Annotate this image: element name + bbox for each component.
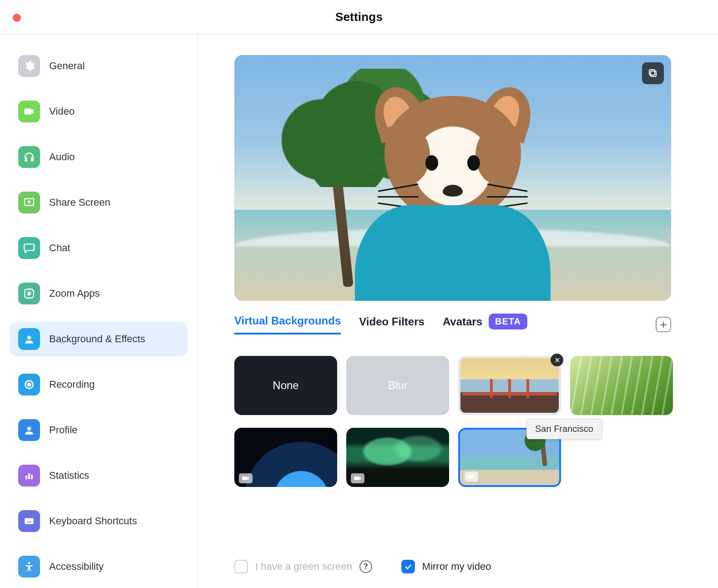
sidebar-item-label: Background & Effects	[49, 333, 145, 345]
sidebar-item-share-screen[interactable]: Share Screen	[10, 185, 187, 220]
green-screen-help-icon[interactable]: ?	[359, 560, 372, 573]
svg-rect-9	[31, 475, 33, 479]
svg-rect-7	[25, 476, 27, 479]
remove-background-button[interactable]: ✕	[551, 354, 563, 366]
profile-icon	[18, 419, 40, 441]
tab-video-filters[interactable]: Video Filters	[359, 315, 425, 334]
svg-point-6	[27, 426, 31, 431]
svg-rect-10	[25, 518, 34, 524]
sidebar-item-label: Share Screen	[49, 197, 111, 208]
video-badge-icon	[351, 473, 364, 483]
effects-tabs: Virtual Backgrounds Video Filters Avatar…	[234, 314, 671, 335]
svg-rect-18	[651, 71, 656, 76]
green-screen-label: I have a green screen	[255, 561, 352, 573]
svg-rect-8	[28, 473, 30, 479]
tab-avatars[interactable]: Avatars BETA	[443, 314, 527, 335]
background-blur-label: Blur	[388, 379, 408, 392]
bottom-options: I have a green screen ? Mirror my video	[234, 560, 491, 573]
sidebar-item-profile[interactable]: Profile	[10, 413, 187, 447]
svg-point-5	[28, 383, 31, 386]
chat-icon	[18, 237, 40, 259]
tab-label: Virtual Backgrounds	[234, 314, 341, 327]
svg-point-17	[28, 562, 30, 564]
background-option-none[interactable]: None	[234, 356, 337, 415]
body: General Video Audio Share Screen Chat	[0, 34, 718, 588]
green-screen-checkbox[interactable]	[234, 560, 248, 573]
window-close-dot[interactable]	[13, 14, 21, 22]
accessibility-icon	[18, 556, 40, 578]
sidebar-item-video[interactable]: Video	[10, 94, 187, 129]
sidebar-item-background-effects[interactable]: Background & Effects	[10, 322, 187, 356]
sidebar-item-keyboard-shortcuts[interactable]: Keyboard Shortcuts	[10, 504, 187, 538]
close-icon: ✕	[554, 356, 560, 365]
background-tooltip: San Francisco	[526, 419, 602, 439]
background-grid: None Blur ✕	[234, 356, 680, 487]
svg-rect-19	[649, 70, 655, 75]
statistics-icon	[18, 465, 40, 487]
sidebar-item-label: Statistics	[49, 470, 89, 482]
video-badge-icon	[239, 473, 253, 483]
background-none-label: None	[273, 379, 298, 392]
background-effects-icon	[18, 328, 40, 350]
background-option-san-francisco[interactable]: ✕	[458, 356, 561, 415]
background-option-blur[interactable]: Blur	[346, 356, 449, 415]
sidebar-item-audio[interactable]: Audio	[10, 140, 187, 174]
sidebar-item-zoom-apps[interactable]: Zoom Apps	[10, 276, 187, 311]
sidebar-item-statistics[interactable]: Statistics	[10, 458, 187, 493]
background-option-grass[interactable]	[570, 356, 673, 415]
camera-icon	[18, 101, 40, 122]
sidebar-item-label: Accessibility	[49, 561, 104, 573]
window-title: Settings	[335, 10, 383, 24]
mirror-video-checkbox[interactable]	[401, 560, 415, 573]
tab-label: Video Filters	[359, 315, 425, 328]
share-screen-icon	[18, 192, 40, 213]
main-content: Virtual Backgrounds Video Filters Avatar…	[198, 34, 718, 588]
background-option-earth[interactable]	[234, 428, 337, 487]
record-icon	[18, 374, 40, 395]
sidebar-item-label: Video	[49, 106, 75, 117]
sidebar-item-label: General	[49, 60, 85, 72]
video-preview	[234, 55, 671, 301]
sidebar-item-general[interactable]: General	[10, 49, 187, 83]
background-grid-wrap: None Blur ✕	[234, 356, 680, 487]
sidebar-item-label: Profile	[49, 424, 77, 436]
svg-point-2	[28, 292, 31, 295]
tab-label: Avatars	[443, 315, 482, 328]
option-green-screen: I have a green screen ?	[234, 560, 372, 573]
sidebar-item-label: Chat	[49, 242, 70, 254]
titlebar: Settings	[0, 0, 718, 34]
video-badge-icon	[465, 471, 478, 482]
sidebar-item-chat[interactable]: Chat	[10, 231, 187, 265]
rotate-camera-button[interactable]	[642, 62, 664, 84]
apps-icon	[18, 283, 40, 304]
plus-icon: ＋	[658, 318, 668, 331]
headphones-icon	[18, 146, 40, 168]
sidebar-item-recording[interactable]: Recording	[10, 367, 187, 402]
tab-virtual-backgrounds[interactable]: Virtual Backgrounds	[234, 314, 341, 335]
svg-point-3	[27, 335, 31, 340]
beta-badge: BETA	[489, 314, 527, 329]
mirror-video-label: Mirror my video	[422, 561, 491, 573]
add-background-button[interactable]: ＋	[656, 317, 671, 332]
sidebar-item-label: Recording	[49, 379, 95, 390]
background-option-aurora[interactable]	[346, 428, 449, 487]
option-mirror-video: Mirror my video	[401, 560, 491, 573]
sidebar-item-label: Audio	[49, 151, 75, 163]
keyboard-icon	[18, 510, 40, 532]
sidebar-item-accessibility[interactable]: Accessibility	[10, 549, 187, 584]
sidebar-item-label: Zoom Apps	[49, 288, 100, 299]
sidebar: General Video Audio Share Screen Chat	[0, 34, 198, 588]
gear-icon	[18, 55, 40, 77]
sidebar-item-label: Keyboard Shortcuts	[49, 515, 137, 527]
